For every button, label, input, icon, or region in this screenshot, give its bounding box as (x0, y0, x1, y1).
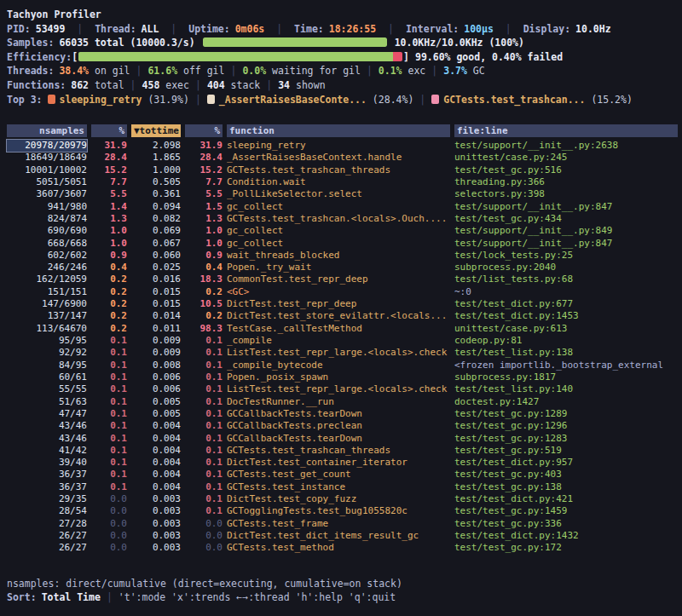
table-row[interactable]: 113/646700.20.01198.3TestCase._callTestM… (7, 323, 678, 335)
cell-fileline: test/test_gc.py:172 (454, 542, 678, 554)
column-header-function[interactable]: function (227, 124, 450, 137)
functions-line: Functions:862 total|458 exec|404 stack|3… (7, 78, 675, 93)
cell-tottime: 0.003 (131, 530, 181, 542)
cell-tottime: 0.008 (131, 360, 181, 371)
cell-fileline: test/test_dict.py:677 (454, 298, 678, 310)
table-row[interactable]: 824/8741.30.0821.3GCTests.test_trashcan.… (7, 213, 678, 225)
time-label: Time: (294, 23, 324, 35)
threads-line: Threads:38.4% on gil|61.6% off gil|0.0% … (7, 64, 675, 78)
samples-line: Samples:66035 total (10000.3/s)10.0KHz/1… (7, 36, 675, 50)
table-row[interactable]: 60/610.10.0060.1Popen._posix_spawnsubpro… (7, 371, 678, 383)
cell-function: DictTest.test_copy_fuzz (227, 493, 450, 505)
cell-direct-pct: 0.2 (91, 310, 127, 322)
table-row[interactable]: 47/470.10.0050.1GCCallbackTests.tearDown… (7, 408, 678, 420)
column-header-tottime-sorted[interactable]: ▼tottime (131, 124, 181, 137)
table-row[interactable]: 95/950.10.0090.1_compilecodeop.py:81 (7, 335, 678, 347)
cell-cumulative-pct: 28.4 (185, 152, 223, 164)
column-header-cumulative-pct[interactable]: % (185, 124, 223, 137)
cell-nsamples: 10001/10002 (7, 164, 87, 176)
cell-nsamples: 27/28 (7, 518, 87, 530)
cell-nsamples: 60/61 (7, 371, 87, 383)
table-row[interactable]: 941/9801.40.0941.5gc_collecttest/support… (7, 201, 678, 213)
separator: | (388, 23, 394, 35)
table-row[interactable]: 602/6020.90.0600.9wait_threads_blockedte… (7, 250, 678, 262)
cell-cumulative-pct: 10.5 (185, 298, 223, 310)
table-row[interactable]: 668/6681.00.0671.0gc_collecttest/support… (7, 238, 678, 250)
cell-direct-pct: 0.1 (91, 457, 127, 469)
cell-function: sleeping_retry (227, 140, 450, 152)
table-row[interactable]: 27/280.00.0030.0GCTests.test_frametest/t… (7, 518, 678, 530)
cell-tottime: 0.006 (131, 371, 181, 383)
table-row[interactable]: 26/270.00.0030.0DictTest.test_dict_items… (7, 530, 678, 542)
cell-direct-pct: 0.1 (91, 383, 127, 395)
table-row[interactable]: 20978/2097931.92.09831.9sleeping_retryte… (7, 140, 678, 152)
table-row[interactable]: 41/420.10.0040.1GCTests.test_trashcan_th… (7, 445, 678, 457)
table-row[interactable]: 3607/36075.50.3615.5_PollLikeSelector.se… (7, 188, 678, 200)
table-row[interactable]: 43/460.10.0040.1GCCallbackTests.tearDown… (7, 433, 678, 445)
nsamples-help-text: nsamples: direct/cumulative (direct=exec… (7, 577, 402, 591)
separator: | (130, 79, 136, 91)
cell-nsamples: 26/27 (7, 542, 87, 554)
cell-cumulative-pct: 31.9 (185, 140, 223, 152)
cell-function: gc_collect (227, 201, 450, 213)
cell-cumulative-pct: 0.1 (185, 493, 223, 505)
efficiency-failed-segment (393, 52, 402, 61)
table-row[interactable]: 39/400.10.0040.1DictTest.test_container_… (7, 457, 678, 469)
cell-nsamples: 47/47 (7, 408, 87, 420)
table-row[interactable]: 151/1510.20.0150.2<GC>~:0 (7, 286, 678, 298)
cell-cumulative-pct: 0.1 (185, 347, 223, 359)
cell-function: DictTest.test_dict_items_result_gc (227, 530, 450, 542)
cell-cumulative-pct: 0.1 (185, 420, 223, 432)
table-row[interactable]: 28/540.00.0030.1GCTogglingTests.test_bug… (7, 505, 678, 517)
cell-fileline: test/test_dict.py:1432 (454, 530, 678, 542)
cell-cumulative-pct: 7.7 (185, 176, 223, 188)
pid-value: 53499 (36, 23, 66, 35)
table-row[interactable]: 43/460.10.0040.1GCCallbackTests.preclean… (7, 420, 678, 432)
table-row[interactable]: 18649/1864928.41.86528.4_AssertRaisesBas… (7, 152, 678, 164)
column-header-direct-pct[interactable]: % (91, 124, 127, 137)
table-row[interactable]: 84/950.10.0080.1_compile_bytecode<frozen… (7, 360, 678, 371)
cell-nsamples: 162/12059 (7, 273, 87, 285)
table-row[interactable]: 92/920.10.0090.1ListTest.test_repr_large… (7, 347, 678, 359)
table-row[interactable]: 36/370.10.0040.1GCTests.test_get_countte… (7, 469, 678, 481)
table-row[interactable]: 147/69000.20.01510.5DictTest.test_repr_d… (7, 298, 678, 310)
cell-direct-pct: 0.1 (91, 445, 127, 457)
cell-fileline: doctest.py:1427 (454, 396, 678, 408)
samples-rate: 10.0KHz/10.0KHz (100%) (395, 37, 524, 49)
cell-nsamples: 28/54 (7, 505, 87, 517)
cell-fileline: test/test_gc.py:403 (454, 469, 678, 481)
cell-cumulative-pct: 0.1 (185, 335, 223, 347)
table-row[interactable]: 246/2460.40.0250.4Popen._try_waitsubproc… (7, 262, 678, 273)
function-count-label: exec (165, 79, 189, 91)
cell-nsamples: 20978/20979 (7, 140, 87, 152)
cell-cumulative-pct: 0.1 (185, 457, 223, 469)
table-row[interactable]: 137/1470.20.0140.2DictTest.test_store_ev… (7, 310, 678, 322)
column-header-fileline[interactable]: file:line (454, 124, 678, 137)
table-row[interactable]: 51/630.10.0050.1DocTestRunner.__rundocte… (7, 396, 678, 408)
separator: | (170, 23, 176, 35)
cell-nsamples: 84/95 (7, 360, 87, 371)
thread-stat-label: waiting for gil (272, 65, 361, 77)
cell-cumulative-pct: 1.0 (185, 238, 223, 250)
table-row[interactable]: 29/350.00.0030.1DictTest.test_copy_fuzzt… (7, 493, 678, 505)
cell-function: Popen._posix_spawn (227, 371, 450, 383)
table-row[interactable]: 36/370.10.0040.1GCTests.test_instancetes… (7, 481, 678, 493)
table-row[interactable]: 162/120590.20.01618.3CommonTest.test_rep… (7, 273, 678, 285)
cell-fileline: unittest/case.py:613 (454, 323, 678, 335)
top-function-pct: (28.4%) (373, 94, 413, 106)
table-row[interactable]: 5051/50517.70.5057.7Condition.waitthread… (7, 176, 678, 188)
cell-direct-pct: 0.2 (91, 286, 127, 298)
cell-nsamples: 43/46 (7, 433, 87, 445)
table-row[interactable]: 10001/1000215.21.00015.2GCTests.test_tra… (7, 164, 678, 176)
cell-tottime: 0.067 (131, 238, 181, 250)
cell-fileline: threading.py:366 (454, 176, 678, 188)
cell-tottime: 0.011 (131, 323, 181, 335)
table-row[interactable]: 26/270.00.0030.0GCTests.test_methodtest/… (7, 542, 678, 554)
cell-direct-pct: 0.1 (91, 469, 127, 481)
table-row[interactable]: 690/6901.00.0691.0gc_collecttest/support… (7, 225, 678, 237)
cell-nsamples: 55/55 (7, 383, 87, 395)
top-function-pct: (15.2%) (591, 94, 632, 106)
table-row[interactable]: 55/550.10.0060.1ListTest.test_repr_large… (7, 383, 678, 395)
cell-function: _compile (227, 335, 450, 347)
column-header-nsamples[interactable]: nsamples (7, 124, 87, 137)
